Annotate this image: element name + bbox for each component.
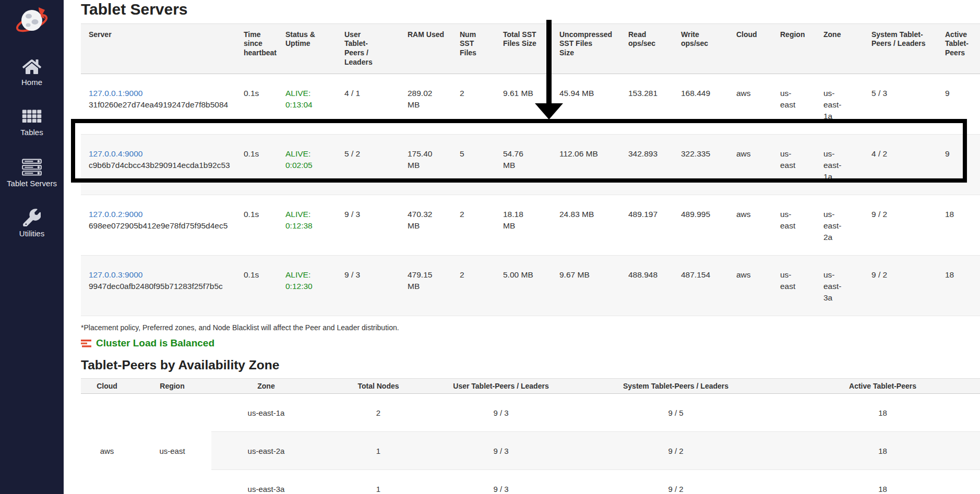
main-content: Tablet Servers Server Time since heartbe…	[64, 0, 980, 494]
user-peers-cell: 9 / 3	[436, 432, 566, 470]
system-peers-cell: 4 / 2	[864, 135, 937, 195]
status-alive: ALIVE:	[285, 209, 322, 220]
column-header-server: Server	[81, 23, 236, 74]
zone-cell: us-east-2a	[816, 195, 864, 256]
column-header-num-sst: Num SST Files	[452, 23, 495, 74]
system-peers-cell: 5 / 3	[864, 74, 937, 135]
total-sst-cell: 54.76 MB	[495, 135, 552, 195]
user-peers-cell: 9 / 3	[337, 195, 400, 256]
region-cell: us-east	[772, 74, 816, 135]
status-cell: ALIVE: 0:02:05	[278, 135, 337, 195]
home-icon	[0, 58, 64, 75]
server-link[interactable]: 127.0.0.3:9000	[89, 270, 142, 279]
region-cell: us-east	[133, 394, 211, 494]
active-peers-cell: 18	[785, 470, 980, 494]
user-peers-cell: 5 / 2	[337, 135, 400, 195]
zone-cell: us-east-1a	[816, 135, 864, 195]
system-peers-cell: 9 / 2	[566, 432, 785, 470]
uptime: 0:02:05	[285, 160, 322, 171]
zone-cell: us-east-3a	[816, 256, 864, 316]
sidebar-item-tablet-servers[interactable]: Tablet Servers	[0, 159, 64, 188]
tablet-servers-icon	[0, 159, 64, 176]
status-alive: ALIVE:	[285, 148, 322, 160]
column-header-user-peers: User Tablet-Peers / Leaders	[436, 379, 566, 394]
uncompressed-sst-cell: 45.94 MB	[552, 74, 620, 135]
total-sst-cell: 5.00 MB	[495, 256, 552, 316]
column-header-region: Region	[133, 379, 211, 394]
cloud-cell: aws	[728, 135, 772, 195]
server-link[interactable]: 127.0.0.1:9000	[89, 89, 142, 98]
table-row: 127.0.0.3:9000 9947dec0afb2480f95b71283f…	[81, 256, 980, 316]
table-row: 127.0.0.1:9000 31f0260e27d74ea4919247de7…	[81, 74, 980, 135]
status-cell: ALIVE: 0:12:38	[278, 195, 337, 256]
table-row: aws us-east us-east-1a 2 9 / 3 9 / 5 18	[81, 394, 980, 432]
region-cell: us-east	[772, 256, 816, 316]
table-row: us-east-2a 1 9 / 3 9 / 2 18	[81, 432, 980, 470]
table-row-highlighted: 127.0.0.4:9000 c9b6b7d4cbcc43b290914ecda…	[81, 135, 980, 195]
system-peers-cell: 9 / 5	[566, 394, 785, 432]
system-peers-cell: 9 / 2	[864, 195, 937, 256]
balance-status-line: Cluster Load is Balanced	[81, 338, 980, 349]
write-ops-cell: 168.449	[673, 74, 728, 135]
uptime: 0:13:04	[285, 99, 322, 111]
heartbeat-cell: 0.1s	[236, 135, 278, 195]
system-peers-cell: 9 / 2	[864, 256, 937, 316]
sidebar-item-home[interactable]: Home	[0, 58, 64, 87]
column-header-region: Region	[772, 23, 816, 74]
active-peers-cell: 9	[937, 74, 980, 135]
column-header-user-peers: User Tablet-Peers / Leaders	[337, 23, 400, 74]
region-cell: us-east	[772, 195, 816, 256]
status-cell: ALIVE: 0:13:04	[278, 74, 337, 135]
server-uuid: 31f0260e27d74ea4919247de7f8b5084	[89, 99, 232, 111]
page-title: Tablet Servers	[81, 1, 980, 18]
uncompressed-sst-cell: 9.67 MB	[552, 256, 620, 316]
cloud-cell: aws	[728, 74, 772, 135]
system-peers-cell: 9 / 2	[566, 470, 785, 494]
cloud-cell: aws	[728, 195, 772, 256]
num-sst-cell: 2	[452, 195, 495, 256]
sidebar-item-tables[interactable]: Tables	[0, 109, 64, 137]
total-sst-cell: 9.61 MB	[495, 74, 552, 135]
read-ops-cell: 342.893	[620, 135, 673, 195]
column-header-system-peers: System Tablet-Peers / Leaders	[566, 379, 785, 394]
tablet-servers-table: Server Time since heartbeat Status & Upt…	[81, 23, 980, 317]
server-link[interactable]: 127.0.0.2:9000	[89, 210, 142, 219]
tables-icon	[0, 109, 64, 125]
uncompressed-sst-cell: 24.83 MB	[552, 195, 620, 256]
heartbeat-cell: 0.1s	[236, 74, 278, 135]
heartbeat-cell: 0.1s	[236, 256, 278, 316]
ram-cell: 479.15 MB	[400, 256, 452, 316]
column-header-zone: Zone	[211, 379, 321, 394]
column-header-zone: Zone	[816, 23, 864, 74]
read-ops-cell: 489.197	[620, 195, 673, 256]
status-alive: ALIVE:	[285, 88, 322, 99]
sidebar-item-utilities[interactable]: Utilities	[0, 209, 64, 238]
sidebar-item-label: Tablet Servers	[0, 179, 64, 188]
ram-cell: 175.40 MB	[400, 135, 452, 195]
column-header-read-ops: Read ops/sec	[620, 23, 673, 74]
ram-cell: 470.32 MB	[400, 195, 452, 256]
total-nodes-cell: 1	[321, 470, 436, 494]
balance-icon	[81, 340, 91, 347]
zone-cell: us-east-1a	[816, 74, 864, 135]
server-cell: 127.0.0.2:9000 698ee072905b412e9e78fd75f…	[81, 195, 236, 256]
server-link[interactable]: 127.0.0.4:9000	[89, 149, 142, 158]
az-table: Cloud Region Zone Total Nodes User Table…	[81, 378, 980, 494]
yugabyte-logo[interactable]	[15, 4, 49, 38]
uncompressed-sst-cell: 112.06 MB	[552, 135, 620, 195]
az-header-row: Cloud Region Zone Total Nodes User Table…	[81, 379, 980, 394]
column-header-ram: RAM Used	[400, 23, 452, 74]
cloud-cell: aws	[728, 256, 772, 316]
read-ops-cell: 153.281	[620, 74, 673, 135]
server-uuid: c9b6b7d4cbcc43b290914ecda1b92c53	[89, 160, 232, 171]
column-header-write-ops: Write ops/sec	[673, 23, 728, 74]
status-alive: ALIVE:	[285, 269, 322, 281]
sidebar-item-label: Utilities	[0, 229, 64, 238]
table-row: us-east-3a 1 9 / 3 9 / 2 18	[81, 470, 980, 494]
table-row: 127.0.0.2:9000 698ee072905b412e9e78fd75f…	[81, 195, 980, 256]
num-sst-cell: 5	[452, 135, 495, 195]
column-header-cloud: Cloud	[728, 23, 772, 74]
zone-cell: us-east-3a	[211, 470, 321, 494]
column-header-total-nodes: Total Nodes	[321, 379, 436, 394]
zone-cell: us-east-1a	[211, 394, 321, 432]
